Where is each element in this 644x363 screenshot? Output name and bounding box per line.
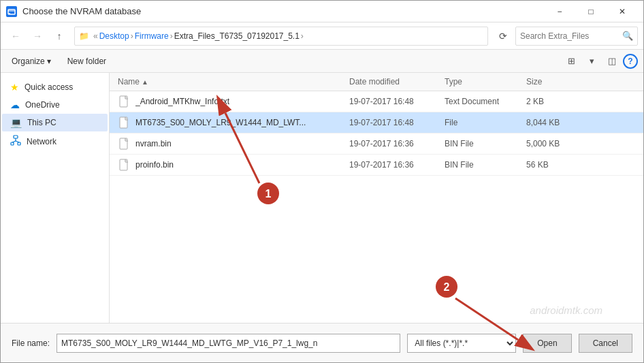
file-type: File [445, 118, 526, 127]
titlebar: Choose the NVRAM database − □ ✕ [1, 1, 643, 22]
sidebar-label-onedrive: OneDrive [25, 100, 60, 110]
svg-rect-3 [11, 142, 14, 145]
header-type[interactable]: Type [445, 77, 526, 86]
svg-rect-2 [14, 136, 18, 138]
star-icon: ★ [10, 82, 19, 93]
sidebar: ★ Quick access ☁ OneDrive 💻 This PC [1, 73, 110, 323]
sort-arrow-icon: ▲ [142, 78, 148, 86]
sidebar-item-network[interactable]: Network [2, 131, 108, 151]
sidebar-label-this-pc: This PC [27, 118, 57, 127]
file-icon [118, 137, 131, 151]
search-input[interactable] [520, 31, 622, 41]
pc-icon: 💻 [10, 117, 22, 128]
file-date: 19-07-2017 16:36 [349, 160, 445, 170]
breadcrumb-firmware[interactable]: Firmware [135, 31, 169, 41]
bottom-bar: File name: All files (*.*)|*.* Open Canc… [1, 323, 643, 362]
file-size: 8,044 KB [526, 118, 635, 127]
search-icon: 🔍 [622, 31, 633, 41]
search-box: 🔍 [515, 27, 638, 46]
svg-rect-4 [18, 142, 20, 145]
file-type: BIN File [445, 139, 526, 148]
titlebar-controls: − □ ✕ [544, 1, 638, 22]
app-icon [6, 6, 17, 17]
maximize-button[interactable]: □ [575, 1, 607, 22]
view-controls: ⊞ ▾ ◫ ? [562, 52, 638, 71]
file-name: MT6735_S00_MOLY_LR9_W1444_MD_LWT... [135, 118, 349, 127]
help-button[interactable]: ? [623, 54, 638, 69]
file-icon [118, 116, 131, 129]
onedrive-icon: ☁ [10, 99, 20, 110]
sidebar-item-onedrive[interactable]: ☁ OneDrive [2, 96, 108, 114]
svg-line-7 [16, 141, 19, 142]
file-rows-container: _Android_MTKhw_Info.txt 19-07-2017 16:48… [110, 91, 643, 176]
file-size: 5,000 KB [526, 139, 635, 148]
file-name: nvram.bin [135, 139, 349, 148]
file-row[interactable]: proinfo.bin 19-07-2017 16:36 BIN File 56… [110, 155, 643, 176]
file-date: 19-07-2017 16:48 [349, 118, 445, 127]
file-date: 19-07-2017 16:36 [349, 139, 445, 148]
file-list: Name ▲ Date modified Type Size [110, 73, 643, 323]
header-date[interactable]: Date modified [349, 77, 445, 86]
back-button[interactable]: ← [6, 27, 25, 46]
file-size: 2 KB [526, 97, 635, 106]
file-row[interactable]: MT6735_S00_MOLY_LR9_W1444_MD_LWT... 19-0… [110, 112, 643, 133]
view-chevron-button[interactable]: ▾ [582, 52, 601, 71]
filetype-select[interactable]: All files (*.*)|*.* [407, 334, 516, 353]
file-row[interactable]: _Android_MTKhw_Info.txt 19-07-2017 16:48… [110, 91, 643, 112]
up-button[interactable]: ↑ [50, 27, 69, 46]
sidebar-item-this-pc[interactable]: 💻 This PC [2, 114, 108, 131]
breadcrumb-desktop[interactable]: Desktop [99, 31, 129, 41]
filename-label: File name: [12, 338, 50, 348]
file-type: Text Document [445, 97, 526, 106]
header-name[interactable]: Name ▲ [118, 77, 349, 86]
new-folder-button[interactable]: New folder [62, 54, 112, 69]
organize-bar: Organize ▾ New folder ⊞ ▾ ◫ ? [1, 50, 643, 73]
cancel-button[interactable]: Cancel [579, 334, 632, 353]
filename-input[interactable] [57, 334, 400, 353]
refresh-button[interactable]: ⟳ [494, 27, 513, 46]
view-panel-button[interactable]: ◫ [602, 52, 622, 71]
svg-line-6 [12, 141, 16, 142]
file-size: 56 KB [526, 160, 635, 170]
file-row[interactable]: nvram.bin 19-07-2017 16:36 BIN File 5,00… [110, 133, 643, 155]
file-name: proinfo.bin [135, 160, 349, 170]
organize-button[interactable]: Organize ▾ [6, 54, 57, 69]
file-icon [118, 158, 131, 172]
organize-label: Organize [12, 57, 45, 66]
titlebar-left: Choose the NVRAM database [6, 6, 141, 17]
forward-button[interactable]: → [28, 27, 47, 46]
organize-chevron-icon: ▾ [47, 57, 51, 66]
dialog-title: Choose the NVRAM database [22, 6, 141, 16]
sidebar-label-quick-access: Quick access [25, 82, 73, 92]
file-list-header: Name ▲ Date modified Type Size [110, 73, 643, 91]
svg-point-1 [9, 13, 10, 14]
sidebar-label-network: Network [27, 137, 57, 146]
toolbar: ← → ↑ 📁 « Desktop › Firmware › Extra_Fil… [1, 22, 643, 50]
view-grid-button[interactable]: ⊞ [562, 52, 581, 71]
file-icon [118, 95, 131, 108]
minimize-button[interactable]: − [544, 1, 575, 22]
breadcrumb-bar: 📁 « Desktop › Firmware › Extra_Files_T67… [74, 27, 488, 46]
file-date: 19-07-2017 16:48 [349, 97, 445, 106]
file-name: _Android_MTKhw_Info.txt [135, 97, 349, 106]
folder-icon: 📁 [79, 31, 89, 41]
file-type: BIN File [445, 160, 526, 170]
sidebar-item-quick-access[interactable]: ★ Quick access [2, 78, 108, 96]
close-button[interactable]: ✕ [607, 1, 638, 22]
main-content: ★ Quick access ☁ OneDrive 💻 This PC [1, 73, 643, 323]
open-button[interactable]: Open [523, 334, 571, 353]
network-icon [10, 135, 21, 148]
header-size[interactable]: Size [526, 77, 635, 86]
breadcrumb-current: Extra_Files_T6735_07192017_5.1 [174, 31, 300, 41]
dialog-window: Choose the NVRAM database − □ ✕ ← → ↑ 📁 … [0, 0, 644, 363]
